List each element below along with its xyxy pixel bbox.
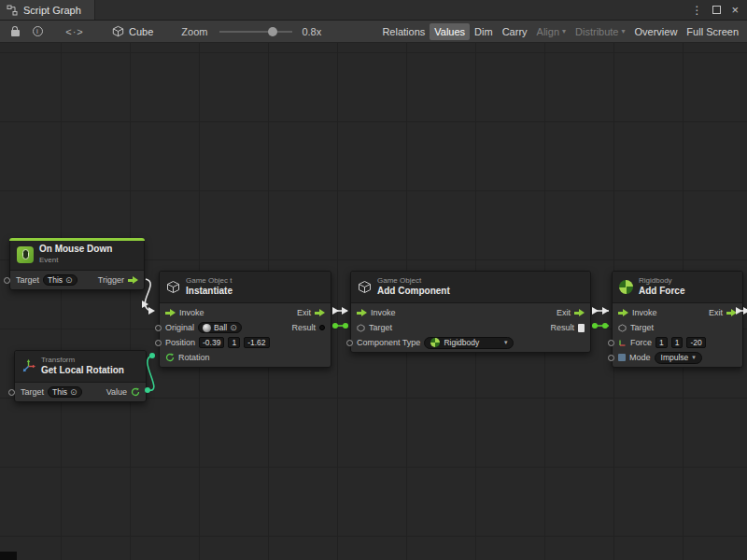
component-type-dropdown[interactable]: Rigidbody ▾ xyxy=(424,337,514,349)
game-object-icon xyxy=(166,280,180,294)
info-icon[interactable]: i xyxy=(26,21,49,42)
object-picker-icon: ⊙ xyxy=(230,324,237,332)
zoom-slider-knob[interactable] xyxy=(268,27,277,36)
result-output-port[interactable] xyxy=(578,324,585,332)
force-input-port[interactable] xyxy=(608,340,614,346)
rotation-icon[interactable] xyxy=(131,387,140,397)
button-label: Distribute xyxy=(575,26,618,37)
position-z-input[interactable]: -1.62 xyxy=(244,337,269,348)
position-y-input[interactable]: 1 xyxy=(228,337,240,348)
invoke-input-port[interactable] xyxy=(618,309,628,317)
row-rotation: Rotation xyxy=(160,350,331,365)
mouse-event-icon xyxy=(17,246,34,263)
target-input-port[interactable] xyxy=(8,389,15,396)
row-target-trigger: Target This ⊙ Trigger xyxy=(10,273,144,287)
node-titles: Rigidbody Add Force xyxy=(639,276,684,298)
cube-icon xyxy=(112,25,124,37)
trigger-output-port[interactable] xyxy=(128,276,138,285)
align-button[interactable]: Align▾ xyxy=(532,23,571,40)
force-z-input[interactable]: -20 xyxy=(686,337,705,348)
node-rows: Invoke Exit Target Result Component Type xyxy=(351,303,590,352)
mode-input-port[interactable] xyxy=(608,355,614,361)
component-type-value: Rigidbody xyxy=(444,338,479,347)
zoom-slider-track[interactable] xyxy=(219,31,292,33)
graph-canvas[interactable]: On Mouse Down Event Target This ⊙ Trigge… xyxy=(0,43,747,560)
overview-button[interactable]: Overview xyxy=(630,23,683,40)
node-get-local-rotation[interactable]: Transform Get Local Rotation Target This… xyxy=(14,350,147,402)
node-rows: Invoke Exit Original Ball ⊙ Result Po xyxy=(160,303,331,367)
rotation-input-port[interactable] xyxy=(165,353,175,362)
invoke-input-port[interactable] xyxy=(165,309,176,317)
original-value: Ball xyxy=(214,323,227,332)
target-value: This xyxy=(48,275,63,285)
result-label: Result xyxy=(550,323,574,332)
row-target-result: Target Result xyxy=(351,320,590,335)
node-on-mouse-down[interactable]: On Mouse Down Event Target This ⊙ Trigge… xyxy=(9,238,145,290)
node-add-component[interactable]: Game Object Add Component Invoke Exit Ta… xyxy=(350,271,591,353)
value-label: Value xyxy=(106,387,127,397)
values-button[interactable]: Values xyxy=(430,23,470,40)
graph-owner-label: Cube xyxy=(129,26,153,37)
window-controls: ⋮ × xyxy=(691,3,747,17)
position-input-port[interactable] xyxy=(155,340,162,346)
mode-value: Impulse xyxy=(661,353,689,362)
original-object-chip[interactable]: Ball ⊙ xyxy=(198,322,242,333)
rigidbody-icon xyxy=(430,338,440,347)
vector3-icon xyxy=(618,339,627,347)
force-y-input[interactable]: 1 xyxy=(671,337,684,348)
node-titles: Game Object Add Component xyxy=(377,276,450,298)
component-type-label: Component Type xyxy=(357,338,420,347)
dim-button[interactable]: Dim xyxy=(470,23,498,40)
row-original-result: Original Ball ⊙ Result xyxy=(160,320,331,335)
force-x-input[interactable]: 1 xyxy=(655,337,668,348)
result-output-port[interactable] xyxy=(319,325,325,330)
node-subtitle: Instantiate xyxy=(186,286,233,298)
invoke-input-port[interactable] xyxy=(357,309,367,317)
node-add-force[interactable]: Rigidbody Add Force Invoke Exit Target xyxy=(612,271,743,368)
carry-button[interactable]: Carry xyxy=(498,23,532,40)
position-x-input[interactable]: -0.39 xyxy=(199,337,224,348)
lock-glyph xyxy=(11,30,20,36)
original-label: Original xyxy=(165,323,194,332)
game-object-mini-icon xyxy=(618,324,627,332)
tab-script-graph[interactable]: Script Graph xyxy=(0,0,95,20)
node-instantiate[interactable]: Game Objec t Instantiate Invoke Exit Ori… xyxy=(159,271,331,368)
node-titles: Transform Get Local Rotation xyxy=(41,356,124,377)
invoke-label: Invoke xyxy=(179,308,204,317)
lock-icon[interactable] xyxy=(4,21,26,42)
position-label: Position xyxy=(165,338,195,347)
button-label: Overview xyxy=(635,26,678,37)
row-position: Position -0.39 1 -1.62 xyxy=(160,335,331,350)
graph-icon xyxy=(7,5,18,16)
zoom-value: 0.8x xyxy=(302,26,321,37)
target-label: Target xyxy=(21,387,44,397)
button-label: Dim xyxy=(474,26,493,37)
close-icon[interactable]: × xyxy=(731,3,739,17)
maximize-icon[interactable] xyxy=(712,6,721,14)
trigger-label: Trigger xyxy=(98,275,124,285)
invoke-label: Invoke xyxy=(371,308,396,317)
chevron-down-icon: ▾ xyxy=(622,28,626,35)
mode-dropdown[interactable]: Impulse ▾ xyxy=(655,352,702,364)
enum-icon xyxy=(618,354,626,361)
exit-label: Exit xyxy=(297,308,311,317)
distribute-button[interactable]: Distribute▾ xyxy=(571,23,629,40)
row-target: Target xyxy=(613,320,742,335)
target-this-chip[interactable]: This ⊙ xyxy=(43,274,78,286)
rigidbody-icon xyxy=(619,280,633,294)
relations-button[interactable]: Relations xyxy=(377,23,430,40)
code-icon[interactable]: <·> xyxy=(63,21,86,42)
original-input-port[interactable] xyxy=(155,325,162,331)
exit-output-port[interactable] xyxy=(726,309,737,317)
exit-output-port[interactable] xyxy=(574,309,585,317)
target-this-chip[interactable]: This ⊙ xyxy=(48,386,82,398)
menu-icon[interactable]: ⋮ xyxy=(691,4,702,17)
graph-owner[interactable]: Cube xyxy=(112,25,153,37)
chevron-down-icon: ▾ xyxy=(692,354,696,361)
exit-output-port[interactable] xyxy=(315,309,325,317)
node-rows: Invoke Exit Target xyxy=(613,303,742,367)
full-screen-button[interactable]: Full Screen xyxy=(682,23,743,40)
row-invoke-exit: Invoke Exit xyxy=(160,305,331,320)
target-input-port[interactable] xyxy=(4,277,10,284)
component-type-input-port[interactable] xyxy=(346,340,353,346)
